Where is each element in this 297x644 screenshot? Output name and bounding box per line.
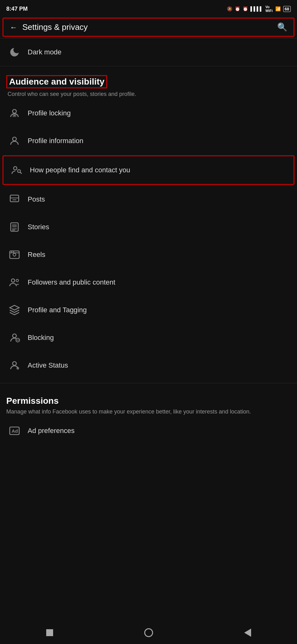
menu-item-blocking[interactable]: Blocking bbox=[0, 324, 297, 352]
mute-icon: 🔕 bbox=[227, 6, 232, 11]
profile-tagging-icon bbox=[8, 303, 21, 317]
wifi-icon: 📶 bbox=[275, 6, 281, 11]
svg-point-24 bbox=[13, 362, 16, 365]
svg-point-20 bbox=[16, 279, 19, 282]
menu-item-profile-information[interactable]: Profile information bbox=[0, 127, 297, 155]
status-bar: 8:47 PM 🔕 ⏰ ⏰ ▌▌▌▌ VoWiFi 📶 68 bbox=[0, 0, 297, 16]
svg-point-0 bbox=[13, 109, 16, 113]
svg-point-18 bbox=[13, 251, 14, 253]
profile-information-label: Profile information bbox=[28, 137, 83, 145]
nav-home-button[interactable] bbox=[141, 625, 157, 641]
svg-rect-7 bbox=[10, 195, 19, 202]
nav-back-button[interactable] bbox=[240, 625, 256, 641]
header-left: ← Settings & privacy bbox=[10, 22, 88, 32]
alarm-icon: ⏰ bbox=[235, 6, 240, 11]
stories-label: Stories bbox=[28, 223, 49, 231]
svg-point-17 bbox=[11, 251, 12, 253]
menu-item-followers[interactable]: Followers and public content bbox=[0, 269, 297, 296]
permissions-section-header: Permissions Manage what info Facebook us… bbox=[0, 387, 297, 417]
svg-point-19 bbox=[11, 279, 15, 282]
audience-subtitle: Control who can see your posts, stories … bbox=[6, 91, 291, 97]
nav-bar bbox=[0, 621, 297, 644]
posts-label: Posts bbox=[28, 195, 45, 203]
menu-item-stories[interactable]: Stories bbox=[0, 213, 297, 241]
page-title: Settings & privacy bbox=[22, 22, 88, 32]
blocking-label: Blocking bbox=[28, 334, 54, 342]
active-status-icon bbox=[8, 358, 21, 372]
battery-indicator: 68 bbox=[283, 6, 291, 12]
permissions-title: Permissions bbox=[6, 396, 291, 406]
svg-rect-11 bbox=[12, 224, 17, 228]
menu-item-ad-preferences[interactable]: Ad Ad preferences bbox=[0, 417, 297, 445]
menu-item-profile-locking[interactable]: Profile locking bbox=[0, 99, 297, 127]
how-people-find-wrapper: How people find and contact you bbox=[3, 155, 294, 185]
profile-locking-icon bbox=[8, 106, 21, 120]
active-status-label: Active Status bbox=[28, 361, 68, 369]
signal-icon: ▌▌▌▌ bbox=[250, 6, 263, 11]
audience-title-wrapper: Audience and visibility bbox=[6, 75, 107, 88]
dark-mode-icon bbox=[8, 45, 21, 59]
profile-locking-label: Profile locking bbox=[28, 109, 71, 117]
ad-preferences-label: Ad preferences bbox=[28, 427, 74, 435]
followers-label: Followers and public content bbox=[28, 278, 115, 286]
nav-circle-icon bbox=[144, 628, 153, 637]
reels-label: Reels bbox=[28, 251, 45, 259]
blocking-icon bbox=[8, 331, 21, 345]
nav-square-button[interactable] bbox=[42, 625, 58, 641]
divider-permissions bbox=[0, 383, 297, 383]
posts-icon bbox=[8, 192, 21, 206]
svg-point-21 bbox=[13, 334, 16, 338]
menu-item-reels[interactable]: Reels bbox=[0, 241, 297, 269]
how-people-find-label: How people find and contact you bbox=[30, 166, 130, 174]
ad-preferences-icon: Ad bbox=[8, 424, 21, 438]
reels-icon bbox=[8, 248, 21, 262]
permissions-subtitle: Manage what info Facebook uses to make y… bbox=[6, 408, 291, 415]
search-icon[interactable]: 🔍 bbox=[277, 22, 287, 32]
menu-item-posts[interactable]: Posts bbox=[0, 186, 297, 213]
svg-point-15 bbox=[13, 253, 16, 256]
header-bar: ← Settings & privacy 🔍 bbox=[3, 18, 294, 37]
nav-triangle-icon bbox=[244, 629, 251, 637]
profile-information-icon bbox=[8, 134, 21, 148]
svg-point-2 bbox=[14, 115, 15, 116]
how-people-find-icon bbox=[10, 163, 24, 177]
content-area: ← Settings & privacy 🔍 Dark mode Audienc… bbox=[0, 18, 297, 470]
nav-square-icon bbox=[46, 629, 53, 636]
status-time: 8:47 PM bbox=[6, 6, 28, 12]
back-button[interactable]: ← bbox=[10, 23, 17, 32]
status-icons: 🔕 ⏰ ⏰ ▌▌▌▌ VoWiFi 📶 68 bbox=[227, 5, 291, 13]
menu-item-active-status[interactable]: Active Status bbox=[0, 352, 297, 379]
svg-point-4 bbox=[14, 167, 17, 170]
svg-point-25 bbox=[16, 367, 19, 370]
followers-icon bbox=[8, 275, 21, 289]
svg-text:Ad: Ad bbox=[12, 428, 18, 434]
svg-line-6 bbox=[20, 172, 21, 174]
svg-point-3 bbox=[13, 137, 16, 141]
stories-icon bbox=[8, 220, 21, 234]
audience-section-header: Audience and visibility Control who can … bbox=[0, 66, 297, 99]
dark-mode-label: Dark mode bbox=[28, 48, 62, 56]
dark-mode-item[interactable]: Dark mode bbox=[0, 38, 297, 66]
menu-item-how-people-find[interactable]: How people find and contact you bbox=[3, 156, 294, 184]
menu-item-profile-tagging[interactable]: Profile and Tagging bbox=[0, 296, 297, 324]
audience-title: Audience and visibility bbox=[9, 77, 104, 87]
profile-tagging-label: Profile and Tagging bbox=[28, 306, 87, 314]
vowifi-label: VoWiFi bbox=[265, 5, 272, 13]
alarm2-icon: ⏰ bbox=[243, 6, 248, 11]
